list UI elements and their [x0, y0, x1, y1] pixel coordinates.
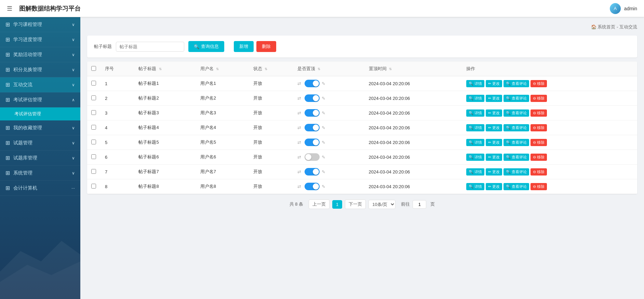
- row-checkbox[interactable]: [91, 110, 96, 115]
- col-pin-time[interactable]: 置顶时间 ⇅: [365, 62, 462, 76]
- col-title[interactable]: 帖子标题 ⇅: [134, 62, 196, 76]
- pin-toggle[interactable]: [305, 139, 320, 146]
- detail-button[interactable]: 🔍 详情: [466, 80, 484, 87]
- remove-button[interactable]: ⊖ 移除: [531, 154, 547, 161]
- edit-pencil-icon[interactable]: ✎: [322, 125, 325, 130]
- edit-button[interactable]: ✏ 更改: [486, 183, 502, 190]
- menu-icon[interactable]: ☰: [7, 5, 12, 12]
- breadcrumb-current: 互动交流: [619, 24, 637, 29]
- remove-button[interactable]: ⊖ 移除: [531, 95, 547, 102]
- pin-toggle[interactable]: [305, 153, 320, 161]
- edit-button[interactable]: ✏ 更改: [486, 124, 502, 131]
- cell-username: 用户名4: [196, 120, 249, 135]
- toggle-wrap: ⇄ ✎: [297, 153, 361, 161]
- next-page-button[interactable]: 下一页: [345, 199, 366, 209]
- detail-button[interactable]: 🔍 详情: [466, 183, 484, 190]
- cell-pin-time: 2024-03-04 20:20:06: [365, 165, 462, 179]
- col-pinned[interactable]: 是否置顶 ⇅: [293, 62, 365, 76]
- table-row: 1 帖子标题1 用户名1 开放 ⇄ ✎ 2024-03-04 20:20:06 …: [87, 76, 637, 91]
- delete-button[interactable]: 删除: [256, 41, 276, 52]
- remove-button[interactable]: ⊖ 移除: [531, 109, 547, 117]
- edit-pencil-icon[interactable]: ✎: [322, 110, 325, 116]
- page-1-button[interactable]: 1: [332, 200, 342, 209]
- comment-button[interactable]: 🔍 查看评论: [504, 80, 529, 87]
- col-status[interactable]: 状态 ⇅: [249, 62, 293, 76]
- cell-title: 帖子标题8: [134, 179, 196, 194]
- comment-button[interactable]: 🔍 查看评论: [504, 168, 529, 176]
- edit-pencil-icon[interactable]: ✎: [322, 184, 325, 189]
- edit-button[interactable]: ✏ 更改: [486, 168, 502, 176]
- goto-page-input[interactable]: [413, 200, 426, 209]
- toggle-wrap: ⇄ ✎: [297, 80, 361, 87]
- pin-toggle[interactable]: [305, 94, 320, 102]
- share-icon: ⇄: [297, 184, 301, 189]
- edit-button[interactable]: ✏ 更改: [486, 95, 502, 102]
- detail-button[interactable]: 🔍 详情: [466, 124, 484, 131]
- sidebar-item-course[interactable]: ⊞ 学习课程管理 ∨: [0, 17, 80, 32]
- sidebar-item-questions[interactable]: ⊞ 试题管理 ∨: [0, 135, 80, 151]
- comment-button[interactable]: 🔍 查看评论: [504, 183, 529, 190]
- comment-button[interactable]: 🔍 查看评论: [504, 139, 529, 146]
- edit-pencil-icon[interactable]: ✎: [322, 140, 325, 145]
- remove-button[interactable]: ⊖ 移除: [531, 139, 547, 146]
- sidebar-item-other[interactable]: ⊞ 会计计算机 ···: [0, 181, 80, 196]
- pin-toggle[interactable]: [305, 168, 320, 176]
- detail-button[interactable]: 🔍 详情: [466, 109, 484, 117]
- edit-pencil-icon[interactable]: ✎: [322, 81, 325, 86]
- edit-pencil-icon[interactable]: ✎: [322, 96, 325, 101]
- edit-pencil-icon[interactable]: ✎: [322, 169, 325, 174]
- sidebar-item-collection[interactable]: ⊞ 我的收藏管理 ∨: [0, 120, 80, 135]
- sidebar-item-system[interactable]: ⊞ 系统管理 ∨: [0, 166, 80, 181]
- pin-toggle[interactable]: [305, 80, 320, 87]
- edit-button[interactable]: ✏ 更改: [486, 109, 502, 117]
- remove-button[interactable]: ⊖ 移除: [531, 183, 547, 190]
- pin-toggle[interactable]: [305, 124, 320, 131]
- sidebar-sub-item-exam-mgmt[interactable]: 考试评估管理: [0, 107, 80, 120]
- col-username[interactable]: 用户名 ⇅: [196, 62, 249, 76]
- detail-button[interactable]: 🔍 详情: [466, 168, 484, 176]
- edit-button[interactable]: ✏ 更改: [486, 80, 502, 87]
- prev-page-button[interactable]: 上一页: [309, 199, 330, 209]
- pin-toggle[interactable]: [305, 183, 320, 190]
- cell-checkbox: [87, 120, 101, 135]
- comment-button[interactable]: 🔍 查看评论: [504, 95, 529, 102]
- comment-button[interactable]: 🔍 查看评论: [504, 154, 529, 161]
- remove-button[interactable]: ⊖ 移除: [531, 80, 547, 87]
- page-size-select[interactable]: 10条/页: [368, 200, 395, 209]
- app-title: 图解数据结构学习平台: [19, 4, 81, 13]
- action-btns: 🔍 详情 ✏ 更改 🔍 查看评论 ⊖ 移除: [466, 80, 633, 87]
- cell-username: 用户名1: [196, 76, 249, 91]
- detail-button[interactable]: 🔍 详情: [466, 139, 484, 146]
- remove-button[interactable]: ⊖ 移除: [531, 124, 547, 131]
- comment-button[interactable]: 🔍 查看评论: [504, 109, 529, 117]
- select-all-checkbox[interactable]: [91, 66, 96, 71]
- edit-button[interactable]: ✏ 更改: [486, 154, 502, 161]
- row-checkbox[interactable]: [91, 140, 96, 144]
- avatar[interactable]: A: [610, 3, 621, 14]
- row-checkbox[interactable]: [91, 81, 96, 86]
- sidebar-item-interact[interactable]: ⊞ 互动交流 ∨: [0, 77, 80, 92]
- sidebar-item-exam[interactable]: ⊞ 考试评估管理 ∧: [0, 92, 80, 107]
- sidebar-item-points[interactable]: ⊞ 积分兑换管理 ∨: [0, 62, 80, 77]
- detail-button[interactable]: 🔍 详情: [466, 154, 484, 161]
- sidebar-item-reward[interactable]: ⊞ 奖励活动管理 ∨: [0, 47, 80, 62]
- cell-seq: 2: [101, 91, 134, 106]
- add-button[interactable]: 新增: [234, 41, 254, 52]
- edit-button[interactable]: ✏ 更改: [486, 139, 502, 146]
- row-checkbox[interactable]: [91, 169, 96, 174]
- pin-toggle[interactable]: [305, 109, 320, 117]
- row-checkbox[interactable]: [91, 154, 96, 159]
- sidebar-item-progress[interactable]: ⊞ 学习进度管理 ∨: [0, 32, 80, 47]
- sidebar-item-reward-label: 奖励活动管理: [13, 52, 42, 58]
- comment-button[interactable]: 🔍 查看评论: [504, 124, 529, 131]
- sidebar-item-questionbank[interactable]: ⊞ 试题库管理 ∨: [0, 151, 80, 166]
- row-checkbox[interactable]: [91, 95, 96, 100]
- detail-button[interactable]: 🔍 详情: [466, 95, 484, 102]
- remove-button[interactable]: ⊖ 移除: [531, 168, 547, 176]
- search-input[interactable]: [116, 42, 184, 52]
- row-checkbox[interactable]: [91, 125, 96, 130]
- cell-checkbox: [87, 179, 101, 194]
- search-button[interactable]: 🔍 查询信息: [188, 41, 224, 52]
- row-checkbox[interactable]: [91, 184, 96, 188]
- edit-pencil-icon[interactable]: ✎: [322, 155, 325, 160]
